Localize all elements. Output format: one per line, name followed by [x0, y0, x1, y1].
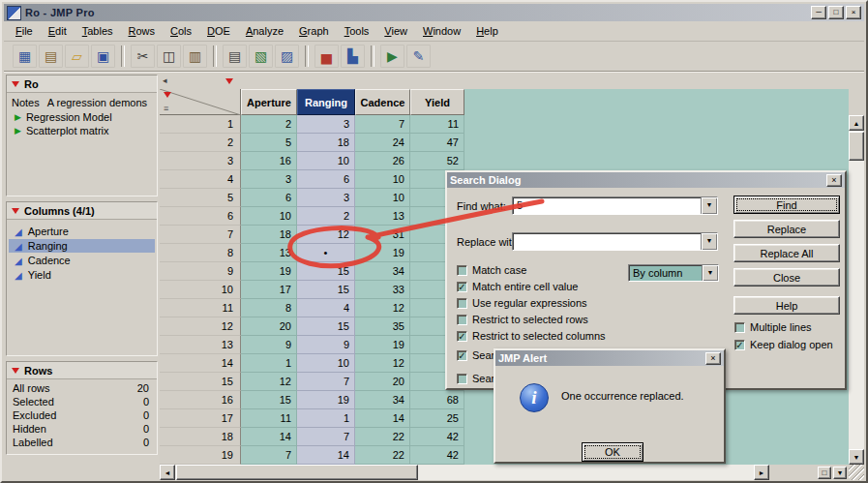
menu-item-cols[interactable]: Cols [163, 22, 199, 40]
menu-item-tools[interactable]: Tools [337, 22, 377, 40]
data-cell[interactable]: 25 [410, 409, 464, 428]
replace-button[interactable]: Replace [733, 220, 840, 238]
grid-view-button[interactable]: ▨ [275, 45, 299, 68]
table-panel-menu-icon[interactable] [12, 81, 19, 87]
column-item-ranging[interactable]: ◢Ranging [9, 239, 155, 253]
row-number[interactable]: 2 [160, 134, 241, 152]
close-button[interactable]: Close [733, 268, 840, 287]
scroll-right-icon[interactable]: ► [754, 465, 769, 480]
data-cell[interactable]: 19 [355, 336, 410, 354]
data-cell[interactable]: 33 [355, 281, 410, 299]
search-dialog-close-icon[interactable]: × [826, 174, 842, 187]
data-cell[interactable]: 13 [355, 207, 410, 226]
data-cell[interactable]: 34 [355, 391, 410, 409]
alert-close-icon[interactable]: × [705, 352, 721, 365]
data-cell[interactable]: 15 [297, 281, 355, 299]
outline-item-regression-model[interactable]: ▶Regression Model [7, 110, 157, 124]
data-cell[interactable]: 18 [297, 134, 355, 152]
view-toggle-icon[interactable]: □ [818, 467, 831, 479]
replace-all-button[interactable]: Replace All [733, 244, 840, 262]
find-button[interactable]: Find [733, 196, 840, 214]
checkbox-restrict-to-selected-rows-3[interactable]: Restrict to selected rows [457, 314, 588, 325]
row-number[interactable]: 19 [160, 446, 241, 465]
data-cell[interactable]: 12 [355, 299, 410, 317]
data-cell[interactable]: 42 [410, 428, 464, 446]
row-number[interactable]: 3 [160, 152, 241, 170]
resize-grip[interactable] [849, 465, 864, 480]
column-header-aperture[interactable]: Aperture [241, 89, 297, 115]
horizontal-scrollbar[interactable]: ◄ ► [160, 465, 769, 480]
replace-with-combobox[interactable]: ▼ [512, 232, 718, 251]
columns-panel-menu-icon[interactable] [12, 208, 19, 214]
table-panel-header[interactable]: Ro [7, 75, 157, 93]
data-cell[interactable]: 10 [297, 152, 355, 170]
row-number[interactable]: 18 [160, 428, 241, 446]
rows-panel-header[interactable]: Rows [7, 362, 157, 379]
print-button[interactable]: ▤ [223, 45, 247, 68]
data-cell[interactable]: 12 [241, 373, 297, 391]
help-button[interactable]: Help [733, 296, 840, 315]
data-cell[interactable]: 22 [355, 428, 410, 446]
column-item-cadence[interactable]: ◢Cadence [9, 254, 155, 267]
data-cell[interactable]: 15 [241, 391, 297, 409]
row-number[interactable]: 4 [160, 170, 241, 189]
row-number[interactable]: 17 [160, 409, 241, 428]
data-cell[interactable]: 22 [355, 446, 410, 465]
column-header-ranging[interactable]: Ranging [297, 89, 355, 115]
data-cell[interactable]: 18 [241, 226, 297, 244]
data-cell[interactable]: 10 [355, 170, 410, 189]
row-number[interactable]: 8 [160, 244, 241, 262]
data-cell[interactable]: 10 [241, 207, 297, 226]
rows-menu-icon[interactable] [164, 92, 171, 98]
columns-menu-icon[interactable] [225, 78, 233, 84]
data-cell[interactable]: 20 [355, 373, 410, 391]
data-cell[interactable]: 8 [241, 299, 297, 317]
data-cell[interactable]: 13 [241, 244, 297, 262]
distribution-button[interactable]: ▙ [341, 45, 365, 68]
row-number[interactable]: 12 [160, 317, 241, 336]
row-number[interactable]: 15 [160, 373, 241, 391]
new-journal-button[interactable]: ▤ [39, 45, 63, 68]
find-what-combobox[interactable]: 5 ▼ [512, 196, 718, 215]
run-script-button[interactable]: ▶ [380, 45, 404, 68]
row-number[interactable]: 16 [160, 391, 241, 409]
open-button[interactable]: ▱ [65, 45, 89, 68]
new-script-button[interactable]: ▧ [249, 45, 273, 68]
rows-panel-menu-icon[interactable] [12, 368, 19, 374]
data-cell[interactable]: 6 [297, 170, 355, 189]
data-cell[interactable]: 15 [297, 262, 355, 281]
data-cell[interactable]: 2 [241, 115, 297, 134]
column-header-cadence[interactable]: Cadence [355, 89, 410, 115]
checkbox-use-regular-expressions-2[interactable]: Use regular expressions [457, 297, 587, 309]
table-menu-icon[interactable]: ≡ [164, 105, 168, 113]
data-cell[interactable]: 52 [410, 152, 464, 170]
scroll-menu-icon[interactable]: ▾ [833, 467, 847, 479]
data-cell[interactable]: 9 [241, 336, 297, 354]
data-cell[interactable]: 42 [410, 446, 464, 465]
checkbox-restrict-to-selected-columns-4[interactable]: ✓Restrict to selected columns [457, 330, 606, 342]
data-cell[interactable]: 14 [297, 446, 355, 465]
data-cell[interactable]: 2 [297, 207, 355, 226]
data-cell[interactable]: 17 [241, 281, 297, 299]
data-cell[interactable]: 11 [241, 409, 297, 428]
data-cell[interactable]: 14 [355, 409, 410, 428]
data-cell[interactable]: 10 [355, 189, 410, 207]
data-cell[interactable]: 7 [355, 115, 410, 134]
checkbox-keep-dialog-open[interactable]: ✓Keep dialog open [734, 339, 833, 350]
search-dialog-titlebar[interactable]: Search Dialog × [447, 172, 845, 188]
column-header-yield[interactable]: Yield [410, 89, 464, 115]
data-cell[interactable]: 7 [297, 428, 355, 446]
menu-item-window[interactable]: Window [415, 22, 468, 40]
checkbox-match-entire-cell-value-1[interactable]: ✓Match entire cell value [457, 281, 578, 292]
ok-button[interactable]: OK [582, 442, 644, 462]
data-cell[interactable]: 11 [410, 115, 464, 134]
title-bar[interactable]: Ro - JMP Pro ─ □ × [4, 4, 864, 21]
menu-item-help[interactable]: Help [468, 22, 506, 40]
data-cell[interactable]: 7 [241, 446, 297, 465]
data-cell[interactable]: 35 [355, 317, 410, 336]
row-number[interactable]: 10 [160, 281, 241, 299]
menu-item-doe[interactable]: DOE [199, 22, 238, 40]
data-cell[interactable]: 6 [241, 189, 297, 207]
data-cell[interactable]: 31 [355, 226, 410, 244]
find-dropdown-icon[interactable]: ▼ [701, 197, 717, 214]
